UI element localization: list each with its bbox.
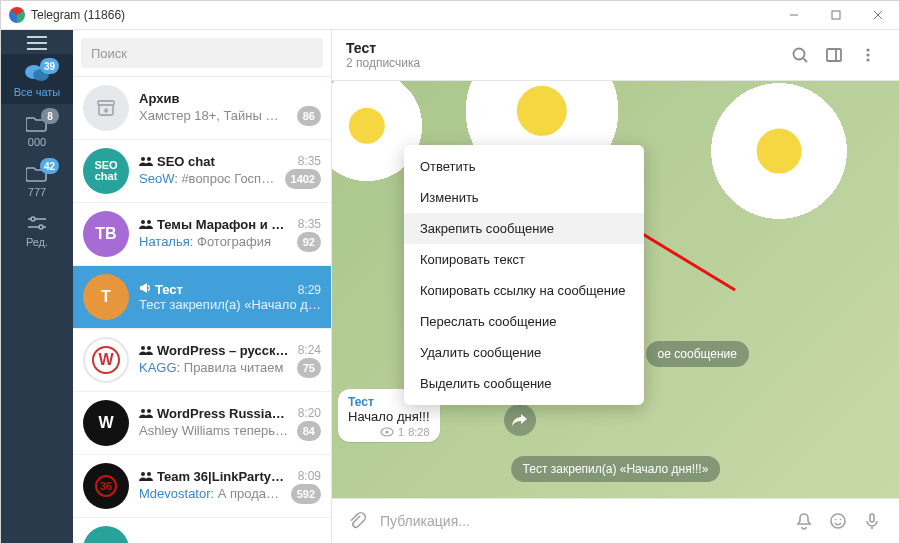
app-logo-icon [9, 7, 25, 23]
chat-title: SEO chat [139, 154, 292, 169]
chat-snippet: Тест закрепил(а) «Начало д… [139, 297, 321, 312]
chat-title: Темы Марафон и … [139, 217, 292, 232]
chat-time: 8:20 [298, 406, 321, 420]
search-in-chat-button[interactable] [783, 38, 817, 72]
chat-time: 8:35 [298, 154, 321, 168]
svg-point-27 [147, 472, 151, 476]
attach-button[interactable] [342, 506, 372, 536]
conversation-title: Тест [346, 40, 783, 56]
composer: Публикация... [332, 498, 899, 543]
voice-button[interactable] [855, 504, 889, 538]
chat-title: Тест [139, 282, 292, 297]
svg-rect-1 [832, 11, 840, 19]
chat-item[interactable]: 36Team 36|LinkParty…8:09Mdevostator: А п… [73, 455, 331, 518]
chat-list-column: Поиск АрхивХамстер 18+, Тайны …86SEOchat… [73, 30, 332, 543]
close-button[interactable] [857, 1, 899, 29]
maximize-button[interactable] [815, 1, 857, 29]
svg-point-22 [147, 409, 151, 413]
chat-title: Архив [139, 91, 321, 106]
chat-item[interactable]: SEOchatSEO chat8:35SeoW: #вопрос Госп…14… [73, 140, 331, 203]
minimize-button[interactable] [773, 1, 815, 29]
svg-point-18 [147, 346, 151, 350]
pinned-message-text: ое сообщение [658, 347, 737, 361]
search-row: Поиск [73, 30, 331, 77]
rail-all-chats[interactable]: 39 Все чаты [1, 54, 73, 104]
chat-snippet: Mdevostator: А прода… [139, 486, 285, 501]
composer-placeholder: Публикация... [380, 513, 470, 529]
svg-line-31 [804, 59, 808, 63]
rail-folder-777[interactable]: 42 777 [1, 154, 73, 204]
rail-edit-folders[interactable]: Ред. [1, 204, 73, 254]
chat-title: WordPress Russian… [139, 406, 292, 421]
context-menu-item[interactable]: Ответить [404, 151, 644, 182]
titlebar: Telegram (11866) [1, 1, 899, 30]
svg-point-9 [39, 225, 43, 229]
message-text: Начало дня!!! [348, 409, 430, 424]
context-menu-item[interactable]: Копировать ссылку на сообщение [404, 275, 644, 306]
context-menu-item[interactable]: Копировать текст [404, 244, 644, 275]
conversation-subtitle: 2 подписчика [346, 56, 783, 70]
folder-rail: 39 Все чаты 8 000 42 777 [1, 30, 73, 543]
unread-badge: 75 [297, 358, 321, 378]
message-views: 1 [398, 426, 404, 438]
svg-rect-32 [827, 49, 841, 61]
svg-point-8 [31, 217, 35, 221]
conversation-titles[interactable]: Тест 2 подписчика [346, 40, 783, 70]
unread-badge: 84 [297, 421, 321, 441]
share-button[interactable] [504, 404, 536, 436]
search-placeholder: Поиск [91, 46, 127, 61]
message-meta: 1 8:28 [348, 426, 430, 438]
window-title: Telegram (11866) [31, 8, 773, 22]
svg-point-41 [840, 519, 842, 521]
chat-snippet: Ashley Williams теперь … [139, 423, 291, 438]
rail-badge: 39 [40, 58, 59, 74]
context-menu-item[interactable]: Закрепить сообщение [404, 213, 644, 244]
svg-point-13 [141, 220, 145, 224]
archive-icon [83, 85, 129, 131]
conversation-header: Тест 2 подписчика [332, 30, 899, 81]
chat-title: WordPress – русск… [139, 343, 292, 358]
service-message: Тест закрепил(а) «Начало дня!!!» [511, 456, 721, 482]
svg-text:W: W [98, 414, 114, 431]
pinned-message-pill[interactable]: ое сообщение [646, 341, 749, 367]
svg-point-14 [147, 220, 151, 224]
search-input[interactable]: Поиск [81, 38, 323, 68]
menu-button[interactable] [1, 30, 73, 54]
message-area[interactable]: ое сообщение ОтветитьИзменитьЗакрепить с… [332, 81, 899, 498]
chat-item[interactable]: Flat PM - вопросы … [73, 518, 331, 543]
context-menu-item[interactable]: Изменить [404, 182, 644, 213]
notifications-button[interactable] [787, 504, 821, 538]
chat-item[interactable]: ТТест8:29Тест закрепил(а) «Начало д… [73, 266, 331, 329]
chat-list[interactable]: АрхивХамстер 18+, Тайны …86SEOchatSEO ch… [73, 77, 331, 543]
svg-point-11 [141, 157, 145, 161]
chat-title: Team 36|LinkParty… [139, 469, 292, 484]
chat-item[interactable]: АрхивХамстер 18+, Тайны …86 [73, 77, 331, 140]
chat-avatar: W [83, 337, 129, 383]
chat-time: 8:09 [298, 469, 321, 483]
chat-avatar [83, 526, 129, 543]
rail-folder-000[interactable]: 8 000 [1, 104, 73, 154]
context-menu-item[interactable]: Выделить сообщение [404, 368, 644, 399]
composer-input[interactable]: Публикация... [372, 513, 787, 529]
chat-item[interactable]: WWordPress Russian…8:20Ashley Williams т… [73, 392, 331, 455]
background-decoration [699, 81, 859, 231]
main-area: 39 Все чаты 8 000 42 777 [1, 30, 899, 543]
unread-badge: 92 [297, 232, 321, 252]
chat-item[interactable]: WWordPress – русск…8:24KAGG: Правила чит… [73, 329, 331, 392]
rail-badge: 8 [41, 108, 59, 124]
rail-label: Все чаты [14, 86, 61, 98]
chat-time: 8:29 [298, 283, 321, 297]
svg-point-35 [866, 53, 869, 56]
emoji-button[interactable] [821, 504, 855, 538]
more-menu-button[interactable] [851, 38, 885, 72]
chat-snippet: Хамстер 18+, Тайны … [139, 108, 291, 123]
context-menu-item[interactable]: Переслать сообщение [404, 306, 644, 337]
sidebar-toggle-button[interactable] [817, 38, 851, 72]
svg-point-21 [141, 409, 145, 413]
context-menu-item[interactable]: Удалить сообщение [404, 337, 644, 368]
svg-point-17 [141, 346, 145, 350]
svg-rect-10 [98, 101, 114, 105]
unread-badge: 592 [291, 484, 321, 504]
chat-avatar: SEOchat [83, 148, 129, 194]
chat-item[interactable]: ТВТемы Марафон и …8:35Наталья: Фотографи… [73, 203, 331, 266]
